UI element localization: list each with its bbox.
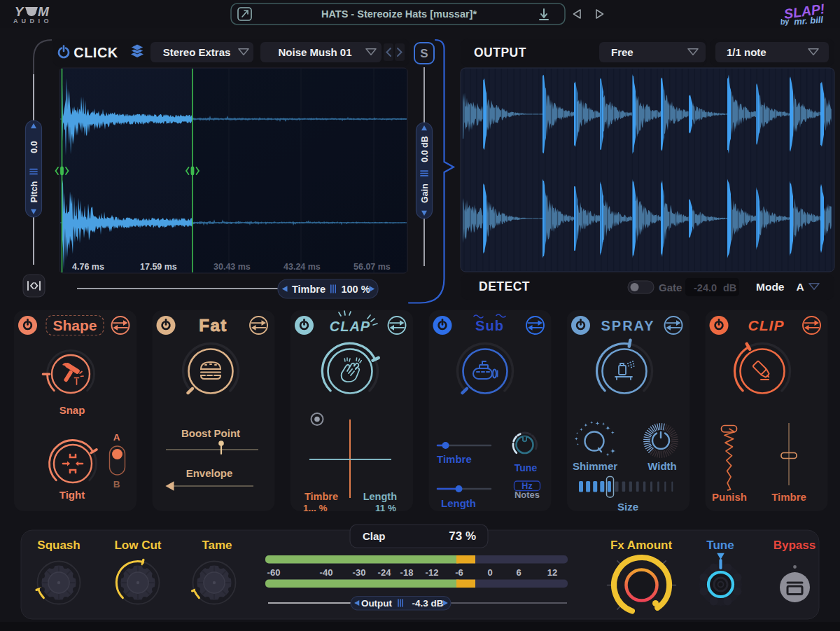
svg-text:SPRAY: SPRAY — [601, 318, 654, 333]
svg-text:-12: -12 — [426, 567, 439, 578]
svg-text:Envelope: Envelope — [186, 467, 233, 479]
svg-text:Sub: Sub — [475, 318, 504, 333]
svg-text:73 %: 73 % — [449, 529, 476, 543]
svg-text:dB: dB — [723, 282, 736, 293]
svg-text:Gate: Gate — [659, 282, 682, 293]
svg-text:-24: -24 — [378, 567, 392, 578]
svg-text:1/1 note: 1/1 note — [727, 46, 766, 58]
svg-text:-18: -18 — [400, 567, 414, 578]
svg-text:Length: Length — [363, 491, 397, 502]
svg-text:Tame: Tame — [202, 539, 232, 552]
svg-text:Boost Point: Boost Point — [181, 427, 240, 439]
svg-text:-30: -30 — [353, 567, 366, 578]
svg-text:6: 6 — [516, 567, 521, 578]
svg-text:B: B — [113, 479, 120, 490]
svg-text:Noise Mush 01: Noise Mush 01 — [278, 46, 351, 58]
svg-text:S: S — [420, 47, 428, 60]
svg-text:4.76 ms: 4.76 ms — [72, 262, 104, 272]
svg-text:Output: Output — [361, 598, 393, 609]
svg-text:1... %: 1... % — [303, 503, 328, 513]
svg-text:A: A — [796, 281, 804, 293]
svg-text:Timbre: Timbre — [771, 491, 806, 503]
svg-text:Tune: Tune — [706, 539, 734, 552]
svg-text:56.07 ms: 56.07 ms — [354, 262, 391, 272]
svg-text:-4.3 dB: -4.3 dB — [412, 598, 443, 609]
svg-text:-6: -6 — [455, 567, 463, 578]
svg-text:A U D I O: A U D I O — [13, 18, 50, 25]
svg-text:CLIP: CLIP — [748, 317, 785, 333]
svg-text:M: M — [38, 4, 50, 19]
svg-text:-24.0: -24.0 — [694, 282, 717, 293]
svg-text:0.0 dB: 0.0 dB — [420, 136, 430, 162]
svg-text:A: A — [113, 432, 120, 443]
svg-text:Pitch: Pitch — [29, 181, 39, 203]
svg-text:Tight: Tight — [59, 489, 85, 501]
svg-text:Timbre: Timbre — [304, 491, 338, 502]
svg-text:-60: -60 — [267, 567, 281, 578]
svg-text:Timbre: Timbre — [437, 453, 472, 465]
svg-text:Fat: Fat — [199, 316, 227, 335]
svg-text:Clap: Clap — [363, 530, 386, 542]
svg-text:Low Cut: Low Cut — [114, 539, 161, 552]
svg-text:0.0: 0.0 — [29, 141, 39, 153]
svg-text:DETECT: DETECT — [479, 279, 530, 293]
svg-text:17.59 ms: 17.59 ms — [140, 262, 177, 272]
svg-text:Shape: Shape — [52, 317, 97, 333]
svg-text:Fx Amount: Fx Amount — [610, 539, 672, 552]
svg-text:CLICK: CLICK — [74, 45, 118, 60]
svg-text:Gain: Gain — [420, 183, 430, 203]
svg-text:100 %: 100 % — [341, 284, 370, 295]
svg-text:Shimmer: Shimmer — [573, 460, 617, 472]
svg-text:Squash: Squash — [37, 539, 80, 552]
svg-text:11 %: 11 % — [375, 503, 396, 513]
svg-text:Free: Free — [611, 46, 634, 58]
svg-text:Width: Width — [648, 460, 677, 472]
svg-text:Punish: Punish — [712, 491, 747, 503]
svg-text:Mode: Mode — [756, 281, 785, 293]
svg-text:Stereo Extras: Stereo Extras — [163, 46, 231, 58]
svg-text:Bypass: Bypass — [774, 539, 816, 552]
svg-text:43.24 ms: 43.24 ms — [284, 262, 321, 272]
svg-text:by: by — [780, 17, 790, 27]
svg-text:0: 0 — [487, 567, 492, 578]
svg-text:mr. bill: mr. bill — [794, 15, 824, 27]
svg-text:Size: Size — [617, 501, 638, 513]
svg-text:Snap: Snap — [59, 404, 85, 416]
svg-text:Tune: Tune — [514, 462, 538, 473]
svg-text:-40: -40 — [320, 567, 333, 578]
svg-text:CLAP: CLAP — [330, 319, 370, 334]
svg-text:12: 12 — [547, 567, 557, 578]
svg-text:30.43 ms: 30.43 ms — [214, 262, 251, 272]
svg-text:Timbre: Timbre — [292, 284, 326, 295]
svg-text:Notes: Notes — [514, 490, 540, 500]
svg-text:HATS - Stereoize Hats [mussar]: HATS - Stereoize Hats [mussar]* — [321, 8, 477, 20]
svg-text:OUTPUT: OUTPUT — [474, 46, 526, 60]
svg-text:Length: Length — [441, 497, 476, 509]
